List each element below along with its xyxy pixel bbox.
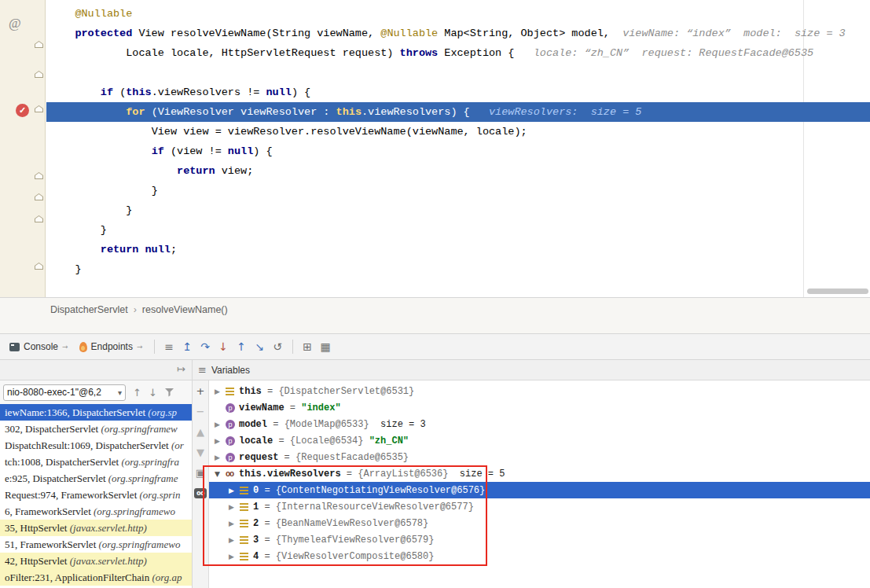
editor-gutter: @ ✓	[0, 0, 46, 297]
stack-frame[interactable]: iewName:1366, DispatcherServlet (org.sp	[0, 404, 192, 421]
chevron-right-icon[interactable]: ▶	[229, 536, 240, 544]
fold-marker-icon[interactable]	[35, 193, 43, 200]
drop-frame-icon[interactable]: ↺	[269, 339, 287, 355]
variable-value: {ContentNegotiatingViewResolver@6576}	[276, 485, 485, 496]
variable-name: request	[239, 452, 278, 463]
chevron-right-icon[interactable]: ▶	[229, 520, 240, 527]
variable-row[interactable]: ▶prequest = {RequestFacade@6535}	[209, 449, 870, 465]
stack-frame[interactable]: e:925, DispatcherServlet (org.springfram…	[0, 470, 192, 487]
stack-frame[interactable]: DispatchResult:1069, DispatcherServlet (…	[0, 437, 192, 454]
tab-endpoints[interactable]: Endpoints→	[74, 338, 149, 355]
stack-frame[interactable]: 6, FrameworkServlet (org.springframewo	[0, 503, 192, 520]
breakpoint-icon[interactable]: ✓	[16, 104, 29, 117]
view-breakpoints-icon[interactable]: ⊞	[299, 339, 317, 355]
tab-label: Endpoints	[91, 341, 133, 352]
variable-row[interactable]: ▶2 = {BeanNameViewResolver@6578}	[209, 515, 870, 531]
code-area[interactable]: @Nullable protected View resolveViewName…	[46, 4, 870, 279]
stack-frame[interactable]: Request:974, FrameworkServlet (org.sprin	[0, 487, 192, 503]
frames-options-icon[interactable]: ↦	[177, 363, 185, 375]
breadcrumb-separator: ›	[134, 304, 137, 315]
show-execution-point-icon[interactable]: ↥	[178, 339, 196, 355]
variable-name: 1	[253, 502, 259, 513]
variable-row[interactable]: ▶0 = {ContentNegotiatingViewResolver@657…	[209, 482, 870, 498]
stack-frame[interactable]: tch:1008, DispatcherServlet (org.springf…	[0, 454, 192, 470]
frames-list: iewName:1366, DispatcherServlet (org.sp3…	[0, 404, 192, 586]
run-to-cursor-icon[interactable]: ↘	[251, 339, 269, 355]
console-icon	[9, 343, 20, 351]
step-over-icon[interactable]: ↷	[196, 339, 215, 355]
tab-console[interactable]: Console→	[4, 338, 74, 355]
variable-row[interactable]: pviewName = "index"	[209, 399, 870, 416]
debug-toolbar: Console→Endpoints→ ≡↥↷↓↑↘↺ ⊞▦	[0, 334, 870, 360]
variable-row[interactable]: ▼oothis.viewResolvers = {ArrayList@6536}…	[209, 465, 870, 482]
stack-frame[interactable]: 42, HttpServlet (javax.servlet.http)	[0, 553, 192, 569]
frames-pane-header: ↦	[0, 360, 193, 380]
stack-frame[interactable]: 51, FrameworkServlet (org.springframewo	[0, 536, 192, 553]
step-out-icon[interactable]: ↑	[233, 339, 251, 355]
thread-dropdown-label: nio-8080-exec-1"@6,2	[7, 387, 101, 398]
horizontal-scrollbar-thumb[interactable]	[807, 288, 868, 294]
variable-string-value: "zh_CN"	[363, 435, 409, 447]
code-line: Locale locale, HttpServletRequest reques…	[46, 43, 870, 63]
frame-up-icon[interactable]: ↑	[133, 387, 141, 399]
step-into-icon[interactable]: ↓	[215, 339, 233, 355]
fold-marker-icon[interactable]	[35, 41, 43, 48]
code-line: return null;	[46, 240, 870, 259]
chevron-right-icon[interactable]: ▶	[215, 421, 226, 428]
move-watch-up-icon[interactable]: ▲	[196, 427, 204, 438]
mute-breakpoints-icon[interactable]: ▦	[317, 339, 335, 355]
fold-marker-icon[interactable]	[35, 71, 43, 78]
debug-toolbar-tabs: Console→Endpoints→	[4, 338, 149, 355]
fold-marker-icon[interactable]	[35, 215, 43, 222]
code-line: }	[46, 181, 870, 200]
variable-row[interactable]: ▶this = {DispatcherServlet@6531}	[209, 383, 870, 399]
variable-name: 0	[253, 485, 259, 496]
fold-marker-icon[interactable]	[35, 263, 43, 270]
fold-marker-icon[interactable]	[35, 172, 43, 179]
code-line: if (this.viewResolvers != null) {	[46, 83, 870, 102]
variable-row[interactable]: ▶pmodel = {ModelMap@6533} size = 3	[209, 416, 870, 432]
watch-icon: oo	[226, 470, 233, 478]
filter-funnel-icon[interactable]	[164, 388, 174, 397]
variable-row[interactable]: ▶3 = {ThymeleafViewResolver@6579}	[209, 531, 870, 548]
variables-title: Variables	[211, 365, 250, 376]
variable-row[interactable]: ▶plocale = {Locale@6534} "zh_CN"	[209, 432, 870, 449]
move-watch-down-icon[interactable]: ▼	[196, 447, 204, 458]
settings-menu-icon[interactable]: ≡	[160, 339, 178, 355]
chevron-right-icon[interactable]: ▶	[229, 487, 240, 494]
chevron-down-icon[interactable]: ▼	[215, 470, 226, 478]
frame-down-icon[interactable]: ↓	[149, 387, 157, 399]
variable-size: size = 5	[448, 469, 505, 480]
chevron-right-icon[interactable]: ▶	[215, 454, 226, 461]
variable-row[interactable]: ▶1 = {InternalResourceViewResolver@6577}	[209, 498, 870, 515]
inline-debug-hint: locale: “zh_CN” request: RequestFacade@6…	[521, 47, 814, 59]
parameter-icon: p	[226, 436, 235, 446]
add-watch-icon[interactable]: +	[196, 386, 205, 397]
thread-dropdown[interactable]: nio-8080-exec-1"@6,2 ▾	[3, 384, 126, 401]
variable-name: 4	[253, 551, 259, 562]
stack-frame[interactable]: 302, DispatcherServlet (org.springframew	[0, 421, 192, 437]
variable-row[interactable]: ▶4 = {ViewResolverComposite@6580}	[209, 548, 870, 564]
inline-debug-hint: viewName: “index” model: size = 3	[610, 28, 846, 39]
breadcrumb-item[interactable]: DispatcherServlet	[50, 304, 128, 315]
toolbar-separator	[154, 340, 155, 354]
chevron-right-icon[interactable]: ▶	[229, 503, 240, 511]
frames-toolbar: nio-8080-exec-1"@6,2 ▾ ↑ ↓	[0, 380, 192, 404]
chevron-right-icon[interactable]: ▶	[215, 388, 226, 395]
code-line: @Nullable	[46, 4, 870, 24]
code-line: protected View resolveViewName(String vi…	[46, 24, 870, 43]
copy-icon[interactable]: ▣	[196, 468, 205, 479]
breadcrumb: DispatcherServlet›resolveViewName()	[0, 297, 870, 334]
chevron-right-icon[interactable]: ▶	[229, 553, 240, 560]
breadcrumb-item[interactable]: resolveViewName()	[142, 304, 228, 315]
variables-menu-icon[interactable]: ≡	[198, 364, 207, 376]
variable-value: {ViewResolverComposite@6580}	[276, 551, 435, 562]
watches-toolbar: +−▲▼▣oo	[193, 380, 209, 588]
fold-marker-icon[interactable]	[35, 105, 43, 112]
stack-frame[interactable]: oFilter:231, ApplicationFilterChain (org…	[0, 569, 192, 586]
remove-watch-icon[interactable]: −	[196, 406, 205, 417]
variable-value: {RequestFacade@6535}	[296, 452, 409, 463]
stack-frame[interactable]: 35, HttpServlet (javax.servlet.http)	[0, 520, 192, 536]
chevron-right-icon[interactable]: ▶	[215, 437, 226, 445]
show-watches-icon[interactable]: oo	[194, 488, 207, 498]
